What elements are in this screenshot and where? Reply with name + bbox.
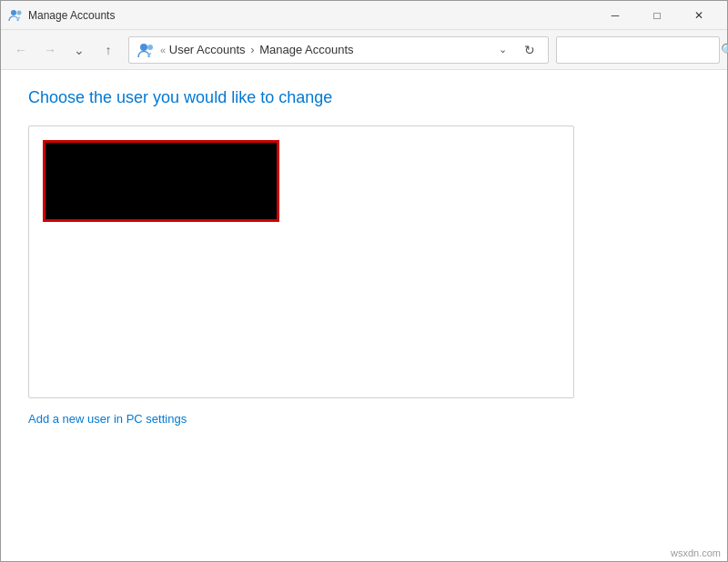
title-bar-controls: ─ □ ✕	[594, 1, 720, 30]
dropdown-recent-button[interactable]: ⌄	[66, 37, 92, 63]
nav-bar: ← → ⌄ ↑ « User Accounts	[1, 30, 727, 70]
back-button[interactable]: ←	[8, 37, 34, 63]
search-input[interactable]	[564, 43, 717, 56]
search-icon: 🔍	[721, 43, 728, 57]
search-bar[interactable]: 🔍	[556, 36, 720, 64]
maximize-button[interactable]: □	[636, 1, 678, 30]
refresh-button[interactable]: ↻	[519, 39, 541, 61]
add-user-link[interactable]: Add a new user in PC settings	[28, 412, 187, 426]
up-button[interactable]: ↑	[96, 37, 121, 63]
accounts-container	[28, 125, 574, 398]
svg-point-0	[11, 10, 16, 15]
forward-button[interactable]: →	[37, 37, 63, 63]
title-bar: Manage Accounts ─ □ ✕	[1, 1, 727, 30]
address-bar-icon	[136, 41, 155, 59]
window-icon	[8, 8, 23, 23]
main-content: Choose the user you would like to change…	[1, 70, 727, 561]
address-bar[interactable]: « User Accounts › Manage Accounts ⌄ ↻	[128, 36, 549, 64]
minimize-button[interactable]: ─	[594, 1, 636, 30]
watermark: wsxdn.com	[671, 547, 721, 558]
address-dropdown-button[interactable]: ⌄	[491, 39, 513, 61]
user-account-tile[interactable]	[43, 140, 279, 222]
address-path: « User Accounts › Manage Accounts	[160, 43, 486, 56]
svg-point-1	[17, 10, 22, 15]
svg-point-3	[147, 45, 153, 50]
page-heading: Choose the user you would like to change	[28, 88, 700, 107]
svg-point-2	[140, 44, 147, 51]
title-bar-text: Manage Accounts	[28, 9, 594, 22]
window: Manage Accounts ─ □ ✕ ← → ⌄ ↑	[0, 0, 728, 562]
close-button[interactable]: ✕	[678, 1, 720, 30]
